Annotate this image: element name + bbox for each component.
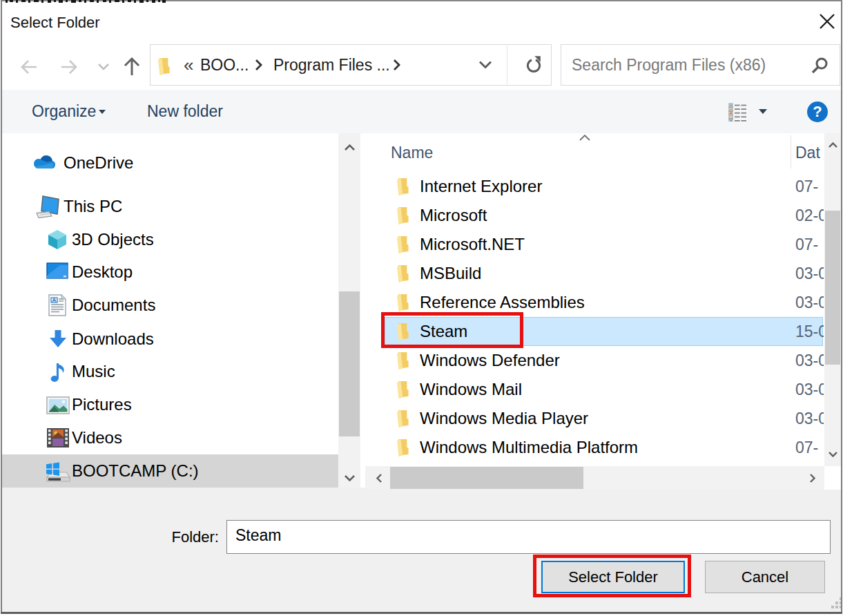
scroll-right-icon[interactable] bbox=[804, 466, 821, 490]
sidebar-item-bootcamp[interactable]: BOOTCAMP (C:) bbox=[2, 454, 338, 488]
search-box[interactable]: Search Program Files (x86) bbox=[561, 44, 840, 86]
cropped-text-artifacts bbox=[2, 0, 168, 3]
file-date-modified: 03-0 bbox=[795, 346, 824, 375]
address-dropdown-button[interactable] bbox=[478, 45, 493, 85]
file-row[interactable]: Windows Mail 03-0 bbox=[365, 375, 824, 404]
dialog-border bbox=[841, 0, 842, 614]
sidebar-item-pictures[interactable]: Pictures bbox=[2, 388, 338, 421]
sidebar-item-onedrive[interactable]: OneDrive bbox=[2, 146, 338, 180]
close-icon bbox=[813, 8, 842, 36]
breadcrumb-crumb-current[interactable]: Program Files ... bbox=[273, 45, 390, 85]
annotation-box-select-folder bbox=[533, 555, 691, 597]
pane-gap bbox=[360, 133, 365, 488]
back-arrow-icon bbox=[20, 59, 38, 75]
cancel-button[interactable]: Cancel bbox=[705, 561, 825, 593]
new-folder-button[interactable]: New folder bbox=[147, 90, 223, 133]
scrollbar-corner bbox=[824, 466, 841, 490]
breadcrumb-crumb-root[interactable]: BOO... bbox=[200, 45, 249, 85]
organize-label: Organize bbox=[32, 102, 96, 120]
recent-locations-button[interactable] bbox=[95, 44, 113, 90]
title-bar: Select Folder bbox=[2, 1, 841, 44]
back-button[interactable] bbox=[17, 44, 41, 90]
question-mark-icon: ? bbox=[813, 103, 822, 120]
details-view-icon[interactable] bbox=[728, 102, 747, 122]
sidebar-item-label: This PC bbox=[64, 190, 122, 223]
address-divider bbox=[507, 46, 507, 84]
scroll-up-icon[interactable] bbox=[824, 137, 841, 153]
up-button[interactable] bbox=[121, 44, 143, 90]
file-date-modified: 07- bbox=[795, 433, 824, 462]
view-dropdown-caret-icon[interactable] bbox=[759, 109, 767, 114]
organize-menu[interactable]: Organize bbox=[32, 90, 96, 133]
refresh-icon bbox=[523, 55, 544, 75]
scroll-up-icon[interactable] bbox=[338, 139, 360, 155]
folder-icon bbox=[395, 438, 409, 457]
file-row[interactable]: Internet Explorer 07- bbox=[365, 172, 824, 201]
picture-photo-icon bbox=[46, 396, 70, 414]
file-row[interactable]: Windows Defender 03-0 bbox=[365, 346, 824, 375]
sidebar-item-desktop[interactable]: Desktop bbox=[2, 256, 338, 289]
file-date-modified: 03-0 bbox=[795, 375, 824, 404]
help-button[interactable]: ? bbox=[807, 102, 828, 122]
desktop-monitor-icon bbox=[46, 262, 68, 282]
file-row[interactable]: MSBuild 03-0 bbox=[365, 259, 824, 288]
sidebar-item-documents[interactable]: Documents bbox=[2, 289, 338, 322]
breadcrumb-separator-icon[interactable] bbox=[392, 45, 401, 85]
magnifier-icon[interactable] bbox=[810, 56, 829, 75]
file-name: Windows Mail bbox=[420, 375, 522, 404]
sidebar-item-this-pc[interactable]: This PC bbox=[2, 190, 338, 223]
breadcrumb-overflow-chevrons[interactable]: « bbox=[184, 45, 193, 85]
scroll-left-icon[interactable] bbox=[371, 466, 387, 490]
folder-icon bbox=[395, 235, 409, 254]
folder-name-input[interactable] bbox=[226, 520, 831, 554]
document-page-icon bbox=[48, 293, 67, 317]
sidebar-scrollbar-thumb[interactable] bbox=[339, 291, 360, 436]
computer-icon bbox=[28, 195, 60, 220]
file-list-scrollbar-thumb[interactable] bbox=[825, 211, 840, 365]
file-name: Microsoft.NET bbox=[420, 230, 525, 259]
close-button[interactable] bbox=[813, 8, 842, 36]
sidebar-item-3d-objects[interactable]: 3D Objects bbox=[2, 223, 338, 256]
dialog-title: Select Folder bbox=[10, 11, 287, 35]
sidebar-item-music[interactable]: Music bbox=[2, 355, 338, 388]
dialog-border bbox=[1, 0, 2, 614]
file-list-pane: Name Dat Internet Explorer 07- Microsoft… bbox=[365, 133, 824, 466]
file-name: Windows Media Player bbox=[420, 404, 588, 433]
address-bar[interactable]: « BOO... Program Files ... bbox=[150, 44, 552, 86]
file-date-modified: 07- bbox=[795, 230, 824, 259]
file-name: Windows Defender bbox=[420, 346, 560, 375]
sidebar-item-label: Downloads bbox=[72, 323, 154, 356]
file-row[interactable]: Microsoft 02-0 bbox=[365, 201, 824, 230]
sidebar-item-downloads[interactable]: Downloads bbox=[2, 323, 338, 356]
file-row[interactable]: Windows Multimedia Platform 07- bbox=[365, 433, 824, 462]
scroll-down-icon[interactable] bbox=[824, 447, 841, 462]
column-separator[interactable] bbox=[791, 135, 791, 169]
file-row[interactable]: Microsoft.NET 07- bbox=[365, 230, 824, 259]
music-note-icon bbox=[49, 360, 67, 383]
windows-drive-icon bbox=[43, 459, 71, 485]
horizontal-scrollbar-thumb[interactable] bbox=[390, 467, 583, 489]
breadcrumb-separator-icon[interactable] bbox=[254, 45, 263, 85]
forward-button[interactable] bbox=[57, 44, 81, 90]
column-header-date[interactable]: Dat bbox=[795, 135, 824, 170]
folder-icon bbox=[395, 293, 409, 312]
sidebar-scrollbar[interactable] bbox=[338, 133, 360, 488]
file-list-vertical-scrollbar[interactable] bbox=[824, 133, 841, 466]
chevron-down-icon bbox=[97, 63, 110, 71]
file-list-horizontal-scrollbar[interactable] bbox=[365, 466, 824, 490]
sidebar-item-videos[interactable]: Videos bbox=[2, 421, 338, 454]
folder-icon bbox=[395, 264, 409, 283]
folder-field-label: Folder: bbox=[159, 520, 219, 554]
folder-icon bbox=[395, 351, 409, 370]
sidebar-item-label: 3D Objects bbox=[72, 223, 154, 256]
organize-caret-icon bbox=[99, 110, 106, 114]
forward-arrow-icon bbox=[60, 59, 78, 75]
annotation-box-steam bbox=[381, 312, 523, 348]
file-date-modified: 02-0 bbox=[795, 201, 824, 230]
scroll-down-icon[interactable] bbox=[338, 470, 360, 486]
sidebar-item-label: OneDrive bbox=[64, 146, 133, 180]
column-header-name[interactable]: Name bbox=[391, 135, 598, 170]
file-row[interactable]: Windows Media Player 03-0 bbox=[365, 404, 824, 433]
refresh-button[interactable] bbox=[516, 45, 551, 85]
sidebar-item-label: Documents bbox=[72, 289, 155, 322]
